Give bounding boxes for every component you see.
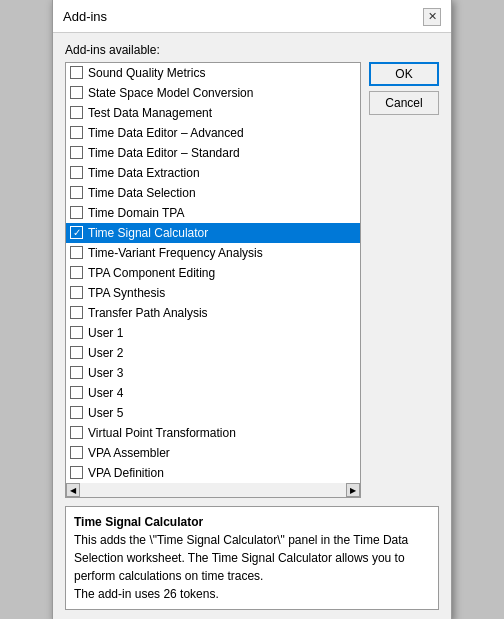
list-item-label: Virtual Point Transformation [88,426,236,440]
list-item[interactable]: TPA Synthesis [66,283,360,303]
list-item-label: Time Signal Calculator [88,226,208,240]
buttons-column: OK Cancel [369,62,439,498]
addins-list-scroll[interactable]: Sound Quality MetricsState Space Model C… [66,63,360,483]
list-item[interactable]: User 5 [66,403,360,423]
list-item-label: VPA Definition [88,466,164,480]
list-item-checkbox[interactable] [70,126,83,139]
list-item-checkbox[interactable] [70,386,83,399]
list-item[interactable]: ✓Time Signal Calculator [66,223,360,243]
dialog-title: Add-ins [63,9,107,24]
addins-available-label: Add-ins available: [65,43,439,57]
hscroll-track [80,483,346,497]
list-item-checkbox[interactable] [70,406,83,419]
list-item[interactable]: Test Data Management [66,103,360,123]
dialog-body: Add-ins available: Sound Quality Metrics… [53,33,451,620]
list-item-checkbox[interactable] [70,466,83,479]
close-button[interactable]: ✕ [423,8,441,26]
list-item[interactable]: Sound Quality Metrics [66,63,360,83]
list-item-label: State Space Model Conversion [88,86,253,100]
list-item-checkbox[interactable] [70,106,83,119]
scroll-right-button[interactable]: ▶ [346,483,360,497]
list-item-checkbox[interactable] [70,446,83,459]
list-item[interactable]: State Space Model Conversion [66,83,360,103]
list-item-checkbox[interactable] [70,306,83,319]
list-item[interactable]: TPA Component Editing [66,263,360,283]
list-item-checkbox[interactable] [70,286,83,299]
list-item-label: Time Data Editor – Advanced [88,126,244,140]
main-row: Sound Quality MetricsState Space Model C… [65,62,439,498]
list-item-label: Time Data Selection [88,186,196,200]
list-item-label: User 3 [88,366,123,380]
list-item-label: Transfer Path Analysis [88,306,208,320]
list-item[interactable]: User 4 [66,383,360,403]
list-item-label: Test Data Management [88,106,212,120]
list-item-label: User 2 [88,346,123,360]
list-item[interactable]: Time Data Editor – Standard [66,143,360,163]
scroll-left-button[interactable]: ◀ [66,483,80,497]
list-item-label: Sound Quality Metrics [88,66,205,80]
list-item[interactable]: Transfer Path Analysis [66,303,360,323]
list-item-checkbox[interactable] [70,186,83,199]
description-box: Time Signal Calculator This adds the \"T… [65,506,439,610]
list-item[interactable]: VPA Assembler [66,443,360,463]
list-item-checkbox[interactable]: ✓ [70,226,83,239]
list-item-label: User 5 [88,406,123,420]
list-item-label: VPA Assembler [88,446,170,460]
list-item-checkbox[interactable] [70,346,83,359]
title-bar: Add-ins ✕ [53,0,451,33]
list-item[interactable]: Time Data Extraction [66,163,360,183]
cancel-button[interactable]: Cancel [369,91,439,115]
list-item-checkbox[interactable] [70,326,83,339]
list-item[interactable]: Time Data Editor – Advanced [66,123,360,143]
list-item-label: Time Domain TPA [88,206,184,220]
list-item-label: Time-Variant Frequency Analysis [88,246,263,260]
list-item-checkbox[interactable] [70,366,83,379]
list-item-checkbox[interactable] [70,66,83,79]
list-item-label: Time Data Extraction [88,166,200,180]
list-item-checkbox[interactable] [70,266,83,279]
list-item-label: TPA Component Editing [88,266,215,280]
list-item-checkbox[interactable] [70,86,83,99]
list-item[interactable]: VPA Definition [66,463,360,483]
add-ins-dialog: Add-ins ✕ Add-ins available: Sound Quali… [52,0,452,619]
ok-button[interactable]: OK [369,62,439,86]
list-item[interactable]: User 1 [66,323,360,343]
list-item-label: Time Data Editor – Standard [88,146,240,160]
list-item[interactable]: User 3 [66,363,360,383]
list-item-label: User 4 [88,386,123,400]
list-item[interactable]: Time-Variant Frequency Analysis [66,243,360,263]
list-item-label: TPA Synthesis [88,286,165,300]
list-item-checkbox[interactable] [70,206,83,219]
list-item-checkbox[interactable] [70,166,83,179]
list-item-checkbox[interactable] [70,146,83,159]
horizontal-scrollbar: ◀ ▶ [66,483,360,497]
addins-list-container: Sound Quality MetricsState Space Model C… [65,62,361,498]
description-title: Time Signal Calculator [74,513,430,531]
list-item[interactable]: Virtual Point Transformation [66,423,360,443]
list-item-label: User 1 [88,326,123,340]
list-item[interactable]: Time Data Selection [66,183,360,203]
list-item[interactable]: User 2 [66,343,360,363]
list-item-checkbox[interactable] [70,246,83,259]
description-body: This adds the \"Time Signal Calculator\"… [74,531,430,603]
list-item[interactable]: Time Domain TPA [66,203,360,223]
list-item-checkbox[interactable] [70,426,83,439]
